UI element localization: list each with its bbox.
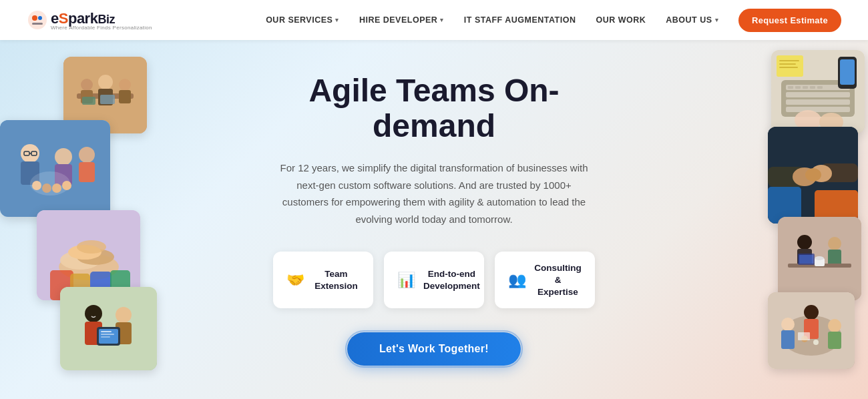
svg-point-10 [119, 79, 131, 91]
svg-point-24 [42, 183, 51, 193]
svg-rect-28 [79, 162, 95, 182]
hero-subtitle: For 12 years, we simplify the digital tr… [274, 159, 594, 228]
svg-rect-52 [786, 92, 850, 97]
service-card-consulting-label: Consulting & Expertise [534, 262, 582, 298]
svg-point-75 [805, 168, 821, 181]
right-collage-image-2 [768, 127, 858, 224]
end-to-end-icon: 📊 [397, 272, 415, 289]
nav-item-about-us[interactable]: ABOUT US ▾ [666, 15, 718, 25]
svg-point-42 [116, 307, 132, 323]
collage-image-4 [60, 287, 157, 370]
right-collage-image-1 [771, 50, 865, 133]
service-card-team-extension[interactable]: 🤝 Team Extension [273, 252, 373, 308]
svg-rect-85 [799, 255, 813, 264]
svg-point-8 [98, 75, 113, 89]
nav-cta-item[interactable]: Request Estimate [738, 9, 841, 32]
team-extension-icon: 🤝 [286, 272, 304, 289]
nav-item-it-staff[interactable]: IT STAFF AUGMENTATION [464, 15, 576, 25]
service-card-end-to-end-label: End-to-end Development [423, 268, 480, 292]
svg-point-1 [32, 15, 37, 21]
svg-rect-89 [781, 330, 795, 349]
svg-rect-46 [101, 331, 112, 332]
collage-team-collab [0, 120, 110, 217]
svg-rect-66 [779, 63, 796, 65]
svg-rect-53 [786, 99, 850, 105]
svg-rect-47 [101, 334, 114, 335]
collage-office-meeting [778, 217, 861, 300]
logo[interactable]: eSparkBiz Where Affordable Finds Persona… [27, 9, 152, 31]
hero-title: Agile Teams On-demand [274, 73, 594, 144]
svg-rect-96 [798, 332, 810, 340]
nav-link-hire-developer[interactable]: HIRE DEVELOPER ▾ [359, 15, 444, 25]
svg-rect-11 [119, 90, 131, 103]
svg-point-23 [32, 181, 41, 190]
svg-point-83 [815, 256, 824, 260]
chevron-down-icon: ▾ [440, 17, 444, 23]
svg-rect-59 [817, 86, 823, 89]
hero-section: Agile Teams On-demand For 12 years, we s… [0, 40, 868, 399]
collage-image-2 [0, 120, 110, 217]
svg-rect-12 [82, 97, 95, 105]
svg-point-79 [828, 237, 841, 250]
svg-point-27 [79, 147, 95, 163]
nav-item-our-work[interactable]: OUR WORK [596, 15, 646, 25]
service-card-consulting[interactable]: 👥 Consulting & Expertise [495, 252, 595, 308]
nav-link-about-us[interactable]: ABOUT US ▾ [666, 15, 718, 25]
left-collage [0, 40, 187, 399]
svg-rect-54 [786, 107, 850, 112]
collage-dark-hands [768, 127, 858, 224]
svg-point-88 [781, 318, 795, 331]
svg-rect-58 [810, 86, 815, 89]
consulting-icon: 👥 [508, 272, 526, 289]
svg-point-2 [38, 16, 42, 20]
nav-links: OUR SERVICES ▾ HIRE DEVELOPER ▾ IT STAFF… [266, 9, 841, 32]
nav-cta-button[interactable]: Request Estimate [738, 9, 841, 32]
service-card-end-to-end[interactable]: 📊 End-to-end Development [384, 252, 484, 308]
svg-rect-64 [777, 55, 803, 77]
right-collage-image-3 [778, 217, 861, 300]
chevron-down-icon: ▾ [715, 17, 719, 23]
nav-link-it-staff[interactable]: IT STAFF AUGMENTATION [464, 15, 576, 25]
nav-link-our-services[interactable]: OUR SERVICES ▾ [266, 15, 339, 25]
svg-rect-13 [100, 95, 115, 104]
svg-rect-55 [788, 86, 793, 89]
svg-point-40 [85, 305, 102, 322]
collage-team-table [768, 292, 855, 369]
right-collage [708, 40, 868, 399]
svg-point-6 [81, 79, 93, 91]
svg-rect-3 [32, 23, 43, 25]
svg-point-26 [62, 181, 71, 190]
svg-rect-67 [779, 67, 798, 68]
svg-rect-56 [795, 86, 801, 89]
collage-workspace [771, 50, 865, 133]
logo-icon [27, 9, 48, 31]
nav-link-our-work[interactable]: OUR WORK [596, 15, 646, 25]
logo-tagline: Where Affordable Finds Personalization [51, 25, 152, 31]
svg-rect-57 [803, 86, 808, 89]
svg-point-77 [797, 235, 812, 250]
collage-laptop-users [60, 287, 157, 370]
cta-button[interactable]: Let's Work Together! [347, 332, 521, 366]
svg-rect-61 [840, 59, 855, 85]
svg-rect-65 [779, 60, 799, 61]
nav-item-our-services[interactable]: OUR SERVICES ▾ [266, 15, 339, 25]
right-collage-image-4 [768, 292, 855, 369]
svg-point-25 [52, 183, 61, 193]
svg-point-0 [28, 11, 47, 29]
svg-rect-93 [828, 332, 841, 349]
service-card-team-extension-label: Team Extension [312, 268, 360, 292]
svg-point-95 [813, 340, 819, 345]
hero-content: Agile Teams On-demand For 12 years, we s… [260, 47, 608, 392]
service-cards-container: 🤝 Team Extension 📊 End-to-end Developmen… [274, 252, 594, 308]
nav-item-hire-developer[interactable]: HIRE DEVELOPER ▾ [359, 15, 444, 25]
svg-point-34 [77, 240, 106, 254]
navbar: eSparkBiz Where Affordable Finds Persona… [0, 0, 868, 40]
svg-rect-48 [101, 336, 110, 338]
chevron-down-icon: ▾ [335, 17, 339, 23]
svg-point-90 [804, 305, 819, 320]
svg-point-92 [828, 319, 841, 332]
svg-point-20 [55, 148, 72, 165]
